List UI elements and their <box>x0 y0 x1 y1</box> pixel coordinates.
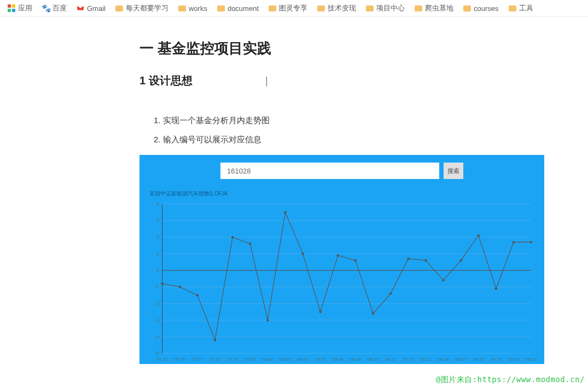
section-title: 1 设计思想 <box>139 73 588 88</box>
search-button[interactable]: 搜索 <box>444 163 463 179</box>
svg-point-59 <box>424 259 427 262</box>
svg-text:08-19: 08-19 <box>491 357 502 362</box>
chart-title: 富国中证新能源汽车指数(LOF)A <box>149 190 537 198</box>
chart-panel: 搜索 富国中证新能源汽车指数(LOF)A -5-4-3-2-10123407-2… <box>139 155 544 364</box>
svg-text:-3: -3 <box>155 317 159 323</box>
folder-icon <box>217 5 225 11</box>
svg-point-55 <box>354 259 357 262</box>
svg-text:07-28: 07-28 <box>209 357 221 362</box>
folder-icon <box>463 5 471 11</box>
bookmark-label: 技术变现 <box>328 3 356 13</box>
svg-text:07-29: 07-29 <box>227 357 238 362</box>
folder-icon <box>269 5 276 11</box>
svg-text:07-26: 07-26 <box>174 357 186 362</box>
svg-point-51 <box>284 211 286 213</box>
gmail-icon <box>77 4 84 12</box>
bookmark-label: 爬虫基地 <box>425 3 453 13</box>
svg-point-58 <box>407 258 409 260</box>
folder-icon <box>115 5 123 11</box>
bookmark-label: Gmail <box>87 4 106 13</box>
svg-text:07-23: 07-23 <box>157 357 168 362</box>
bookmark-item[interactable]: 每天都要学习 <box>115 3 168 13</box>
svg-point-48 <box>231 236 234 238</box>
list-item: 2. 输入编号可以展示对应信息 <box>154 135 588 145</box>
svg-text:08-18: 08-18 <box>473 357 485 362</box>
svg-text:4: 4 <box>156 201 159 207</box>
svg-point-50 <box>266 319 269 321</box>
fund-code-input[interactable] <box>220 163 439 179</box>
bookmark-item[interactable]: 项目中心 <box>366 3 405 13</box>
svg-point-64 <box>513 241 515 243</box>
svg-text:-5: -5 <box>155 351 159 356</box>
apps-icon <box>8 4 15 12</box>
bookmark-label: 项目中心 <box>376 3 405 13</box>
svg-text:08-03: 08-03 <box>280 357 291 362</box>
document-content: 一 基金监控项目实践 1 设计思想 1. 实现一个基金分析月内走势图 2. 输入… <box>0 17 588 364</box>
svg-point-56 <box>372 313 374 315</box>
folder-icon <box>317 5 325 11</box>
svg-point-63 <box>495 287 497 290</box>
svg-point-52 <box>301 252 304 255</box>
svg-point-45 <box>179 286 181 288</box>
svg-text:08-05: 08-05 <box>315 357 327 362</box>
bookmark-item[interactable]: 🐾百度 <box>42 3 67 13</box>
bookmark-label: 图灵专享 <box>279 3 307 13</box>
bookmark-item[interactable]: courses <box>463 4 499 13</box>
svg-text:08-09: 08-09 <box>350 357 362 362</box>
bookmark-item[interactable]: works <box>178 4 207 13</box>
bookmark-label: works <box>189 4 207 13</box>
bookmark-item[interactable]: 技术变现 <box>317 3 356 13</box>
svg-text:08-06: 08-06 <box>333 357 344 362</box>
svg-point-54 <box>337 254 339 256</box>
section-title-text: 1 设计思想 <box>139 74 193 86</box>
apps-label: 应用 <box>18 3 32 13</box>
svg-text:08-11: 08-11 <box>385 357 397 362</box>
bookmark-label: 百度 <box>53 3 67 13</box>
svg-point-60 <box>442 279 444 281</box>
svg-text:0: 0 <box>156 268 159 273</box>
bookmark-label: document <box>228 4 259 13</box>
chart-area: -5-4-3-2-10123407-2307-2607-2707-2807-29… <box>147 200 537 364</box>
bookmark-item[interactable]: 图灵专享 <box>269 3 307 13</box>
svg-text:08-17: 08-17 <box>456 357 467 362</box>
baidu-icon: 🐾 <box>42 4 50 12</box>
svg-point-65 <box>530 241 532 243</box>
line-chart: -5-4-3-2-10123407-2307-2607-2707-2807-29… <box>147 200 537 364</box>
search-row: 搜索 <box>147 163 537 179</box>
svg-text:08-04: 08-04 <box>297 357 308 362</box>
svg-text:08-12: 08-12 <box>403 357 414 362</box>
svg-text:1: 1 <box>156 251 159 257</box>
svg-text:-2: -2 <box>155 301 159 307</box>
watermark: @图片来自:https://www.modmod.cn/ <box>436 375 585 385</box>
svg-text:2: 2 <box>156 234 159 240</box>
svg-point-46 <box>196 294 199 296</box>
svg-point-61 <box>459 259 462 262</box>
bookmark-label: 每天都要学习 <box>126 3 168 13</box>
page-title: 一 基金监控项目实践 <box>139 39 588 58</box>
svg-text:-4: -4 <box>155 334 159 339</box>
bookmark-item[interactable]: 工具 <box>509 3 533 13</box>
folder-icon <box>509 5 516 11</box>
svg-text:07-30: 07-30 <box>244 357 256 362</box>
bookmark-item[interactable]: document <box>217 4 259 13</box>
apps-button[interactable]: 应用 <box>8 3 32 13</box>
folder-icon <box>366 5 374 11</box>
svg-text:3: 3 <box>156 218 159 223</box>
svg-point-49 <box>249 242 251 245</box>
svg-text:08-20: 08-20 <box>508 357 520 362</box>
svg-point-57 <box>389 292 392 294</box>
svg-point-53 <box>319 311 322 313</box>
folder-icon <box>178 5 186 11</box>
svg-text:08-16: 08-16 <box>438 357 449 362</box>
design-list: 1. 实现一个基金分析月内走势图 2. 输入编号可以展示对应信息 <box>139 115 588 145</box>
bookmark-bar: 应用 🐾百度Gmail每天都要学习worksdocument图灵专享技术变现项目… <box>0 0 588 17</box>
svg-text:08-23: 08-23 <box>526 357 537 362</box>
bookmark-item[interactable]: 爬虫基地 <box>415 3 453 13</box>
svg-text:08-10: 08-10 <box>368 357 379 362</box>
bookmark-item[interactable]: Gmail <box>77 4 106 13</box>
svg-point-62 <box>478 234 480 236</box>
svg-text:-1: -1 <box>155 284 159 290</box>
svg-point-47 <box>214 339 216 341</box>
svg-point-44 <box>161 282 164 285</box>
bookmark-label: 工具 <box>519 3 533 13</box>
